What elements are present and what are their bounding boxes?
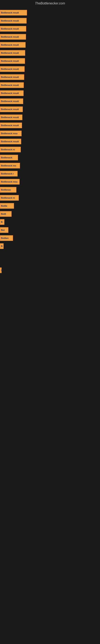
bar-label: Bot bbox=[1, 229, 4, 231]
bar-label: Bottleneck result bbox=[1, 60, 19, 62]
bottleneck-bar[interactable]: Bottleneck resu bbox=[0, 130, 22, 136]
bar-label: l bbox=[1, 269, 1, 272]
bar-row: Bottleneck result bbox=[0, 17, 100, 24]
bar-label: B bbox=[1, 245, 2, 247]
bar-row: Bottleneck result bbox=[0, 25, 100, 32]
bottleneck-bar[interactable]: Bottl bbox=[0, 211, 12, 217]
bar-label: Bottleneck result bbox=[1, 124, 19, 126]
bar-label: Bottleneck result bbox=[1, 116, 19, 118]
bar-row: Bottleneck resu bbox=[0, 130, 100, 137]
bottleneck-bar[interactable]: Bottlen bbox=[0, 235, 13, 241]
bottleneck-bar[interactable]: Bottle bbox=[0, 203, 14, 209]
bottleneck-bar[interactable]: Bottleneck re bbox=[0, 147, 21, 152]
bottleneck-bar[interactable]: Bottleneck result bbox=[0, 74, 24, 80]
bar-row: Bottleneck result bbox=[0, 138, 100, 145]
bar-row: Bottleneck re bbox=[0, 194, 100, 202]
bar-label: Bottlen bbox=[1, 237, 9, 239]
bar-label: Bottleneck result bbox=[1, 52, 19, 54]
bar-row: B bbox=[0, 242, 100, 250]
bar-label: Bottleneck result bbox=[1, 36, 19, 38]
bar-label: B bbox=[1, 221, 2, 223]
bar-label: Bottleneck result bbox=[1, 100, 19, 102]
bar-label: Bottleneck result bbox=[1, 84, 19, 86]
bottleneck-bar[interactable]: Bottleneck result bbox=[0, 58, 25, 64]
bar-row: Bottleneck result bbox=[0, 65, 100, 73]
bottleneck-bar[interactable]: Bottleneck r bbox=[0, 171, 18, 176]
bar-row: l bbox=[0, 266, 100, 274]
bottleneck-bar[interactable]: Bottleneck result bbox=[0, 66, 25, 72]
bottleneck-bar[interactable]: Bottleneck result bbox=[0, 122, 22, 128]
bar-row: Bottleneck result bbox=[0, 9, 100, 16]
bottleneck-bar[interactable]: Bottleneck result bbox=[0, 139, 21, 144]
bottleneck-bar[interactable]: Bottleneck result bbox=[0, 10, 27, 16]
bottleneck-bar[interactable]: Bottleneck resu bbox=[0, 179, 20, 184]
bar-row: Bottleneck result bbox=[0, 98, 100, 105]
bar-row: Bottleneck re bbox=[0, 146, 100, 153]
bar-row: Bottleneck result bbox=[0, 106, 100, 113]
bar-row: Bottle bbox=[0, 202, 100, 210]
bar-row: Bottleneck res bbox=[0, 162, 100, 170]
bar-row: Bottleneck result bbox=[0, 57, 100, 65]
bar-label: Bottleneck result bbox=[1, 12, 19, 14]
bar-row: Bottleneck result bbox=[0, 114, 100, 121]
bottleneck-bar[interactable]: Bottleneck result bbox=[0, 18, 27, 24]
bottleneck-bar[interactable]: B bbox=[0, 219, 4, 225]
bottleneck-bar[interactable]: Bottleneck result bbox=[0, 90, 24, 96]
bar-row: Bottleneck bbox=[0, 154, 100, 162]
bar-label: Bottl bbox=[1, 213, 6, 215]
bottleneck-bar[interactable]: Bottlenec bbox=[0, 187, 16, 192]
site-title: TheBottlenecker.com bbox=[0, 0, 100, 7]
bar-label: Bottle bbox=[1, 205, 7, 207]
bar-label: Bottleneck re bbox=[1, 148, 15, 151]
bar-row: Bottlenec bbox=[0, 186, 100, 194]
bar-label: Bottleneck resu bbox=[1, 180, 18, 183]
bar-label: Bottleneck result bbox=[1, 108, 19, 110]
bar-label: Bottleneck result bbox=[1, 68, 19, 70]
bar-row: Bottleneck result bbox=[0, 81, 100, 89]
bottleneck-bar[interactable]: Bottleneck result bbox=[0, 26, 26, 32]
bar-row: B bbox=[0, 218, 100, 226]
bar-label: Bottleneck res bbox=[1, 164, 16, 167]
bottleneck-bar[interactable]: Bottleneck result bbox=[0, 34, 26, 40]
bar-row: Bottleneck result bbox=[0, 89, 100, 97]
bar-label: Bottleneck result bbox=[1, 92, 19, 94]
bar-row bbox=[0, 250, 100, 258]
bar-row bbox=[0, 258, 100, 266]
bar-row: Bottl bbox=[0, 210, 100, 218]
bottleneck-bar[interactable]: Bot bbox=[0, 227, 8, 233]
bottleneck-bar[interactable]: Bottleneck bbox=[0, 155, 18, 160]
bottleneck-bar[interactable]: Bottleneck result bbox=[0, 42, 26, 48]
bar-label: Bottleneck result bbox=[1, 20, 19, 22]
bar-row bbox=[0, 282, 100, 290]
bottleneck-bar[interactable]: Bottleneck result bbox=[0, 114, 22, 120]
bottleneck-bar[interactable]: Bottleneck re bbox=[0, 195, 19, 201]
bottleneck-bar[interactable]: Bottleneck result bbox=[0, 106, 23, 112]
bottleneck-bar[interactable]: B bbox=[0, 243, 3, 249]
bar-row: Bot bbox=[0, 226, 100, 234]
bar-row: Bottleneck result bbox=[0, 33, 100, 41]
bar-row: Bottleneck r bbox=[0, 170, 100, 178]
bar-label: Bottleneck r bbox=[1, 172, 14, 175]
bottleneck-bar[interactable]: l bbox=[0, 268, 1, 273]
bar-row: Bottlen bbox=[0, 234, 100, 242]
bar-row bbox=[0, 274, 100, 282]
bottleneck-bar[interactable]: Bottleneck res bbox=[0, 163, 20, 168]
bar-row: Bottleneck result bbox=[0, 49, 100, 57]
bar-label: Bottleneck result bbox=[1, 28, 19, 30]
bars-container: Bottleneck resultBottleneck resultBottle… bbox=[0, 7, 100, 301]
bottleneck-bar[interactable]: Bottleneck result bbox=[0, 82, 24, 88]
bar-label: Bottleneck re bbox=[1, 196, 15, 199]
bottleneck-bar[interactable]: Bottleneck result bbox=[0, 50, 25, 56]
bar-label: Bottleneck resu bbox=[1, 132, 18, 135]
bar-label: Bottlenec bbox=[1, 188, 11, 191]
bar-row: Bottleneck result bbox=[0, 73, 100, 81]
bar-label: Bottleneck result bbox=[1, 140, 19, 143]
bar-label: Bottleneck bbox=[1, 156, 12, 159]
bottleneck-bar[interactable]: Bottleneck result bbox=[0, 98, 23, 104]
bar-row: Bottleneck resu bbox=[0, 178, 100, 186]
bar-row: Bottleneck result bbox=[0, 41, 100, 49]
bar-label: Bottleneck result bbox=[1, 76, 19, 78]
bar-row: Bottleneck result bbox=[0, 122, 100, 129]
bar-label: Bottleneck result bbox=[1, 44, 19, 46]
bar-row bbox=[0, 290, 100, 298]
